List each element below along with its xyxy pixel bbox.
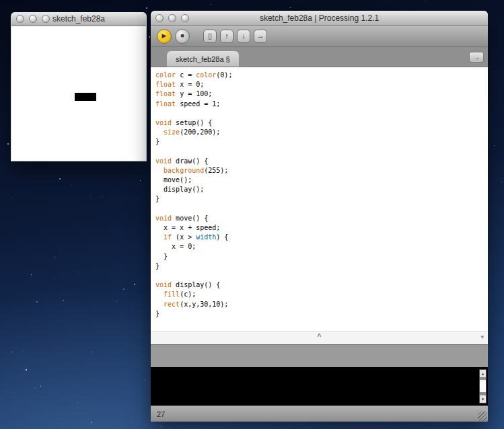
save-icon: ↓ (242, 32, 246, 40)
resize-grip[interactable] (478, 412, 487, 421)
tab-menu-icon: → (473, 54, 480, 61)
export-icon: → (257, 32, 264, 40)
new-button[interactable]: ▯ (203, 30, 217, 43)
minimize-button[interactable] (168, 14, 176, 22)
processing-ide-window: sketch_feb28a | Processing 1.2.1 ▶■▯↑↓→ … (151, 11, 488, 422)
minimize-button[interactable] (29, 15, 37, 23)
scrollbar-track[interactable] (480, 377, 486, 395)
window-controls (16, 12, 50, 26)
collapse-handle-icon: ^ (318, 333, 322, 340)
open-button[interactable]: ↑ (220, 30, 233, 43)
console-text (151, 367, 488, 371)
tab-menu-button[interactable]: → (469, 52, 484, 63)
sketch-canvas (11, 26, 146, 161)
sketch-rect (75, 93, 96, 101)
sketch-output-window: sketch_feb28a (11, 12, 147, 161)
run-button[interactable]: ▶ (157, 29, 172, 44)
open-icon: ↑ (225, 32, 229, 40)
editor-console-splitter[interactable]: ^ ▾ (151, 331, 488, 344)
zoom-button[interactable] (181, 14, 189, 22)
tab-bar: sketch_feb28a § → (151, 47, 488, 67)
close-button[interactable] (16, 15, 24, 23)
tab-sketch-feb28a[interactable]: sketch_feb28a § (167, 51, 239, 67)
console: ▲ ▼ (151, 367, 488, 405)
status-bar: 27 (151, 405, 488, 422)
play-icon: ▶ (162, 33, 167, 39)
ide-window-title: sketch_feb28a | Processing 1.2.1 (151, 13, 488, 23)
scrollbar-down-icon[interactable]: ▼ (480, 395, 486, 403)
new-file-icon: ▯ (208, 32, 212, 40)
scroll-down-icon[interactable]: ▾ (480, 334, 484, 340)
tab-label: sketch_feb28a § (176, 55, 230, 63)
close-button[interactable] (155, 14, 164, 22)
message-area (151, 344, 488, 367)
console-scrollbar[interactable]: ▲ ▼ (479, 369, 487, 403)
zoom-button[interactable] (42, 15, 50, 23)
desktop: sketch_feb28a sketch_feb28a | Processing… (0, 0, 504, 429)
code-editor[interactable]: color c = color(0);float x = 0;float y =… (151, 67, 488, 331)
window-controls (155, 11, 189, 25)
code-area: color c = color(0);float x = 0;float y =… (155, 71, 482, 319)
save-button[interactable]: ↓ (237, 30, 250, 43)
ide-titlebar[interactable]: sketch_feb28a | Processing 1.2.1 (151, 11, 488, 26)
scrollbar-up-icon[interactable]: ▲ (480, 370, 486, 377)
stop-button[interactable]: ■ (175, 29, 190, 44)
scrollbar-thumb[interactable] (480, 380, 486, 392)
stop-icon: ■ (180, 33, 184, 39)
toolbar: ▶■▯↑↓→ (151, 26, 488, 47)
export-button[interactable]: → (254, 30, 267, 43)
current-line-number: 27 (157, 410, 165, 418)
sketch-window-titlebar[interactable]: sketch_feb28a (11, 12, 146, 26)
